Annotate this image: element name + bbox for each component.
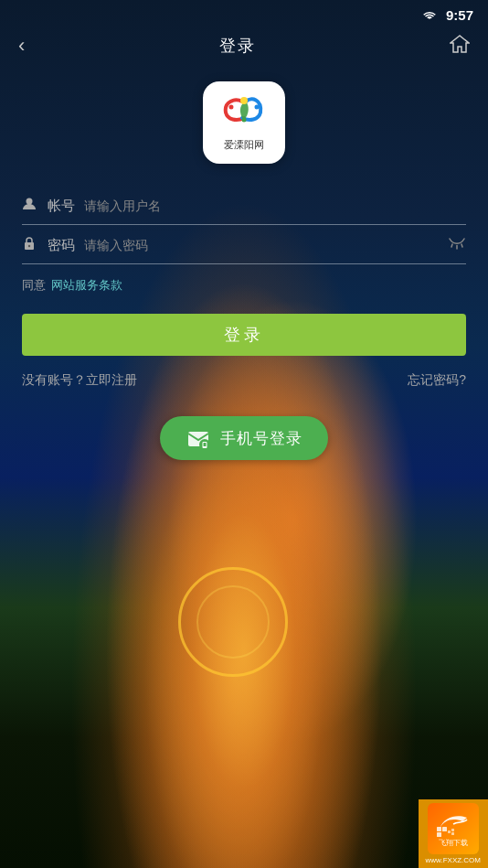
- wifi-icon: [422, 10, 437, 21]
- watermark-brand-text: 飞翔下载: [439, 838, 468, 848]
- status-bar: 9:57: [0, 0, 488, 27]
- user-icon: [22, 197, 40, 215]
- svg-rect-15: [451, 829, 454, 831]
- register-link[interactable]: 没有账号？立即注册: [22, 372, 137, 389]
- watermark-logo: 飞翔下载: [428, 803, 479, 854]
- logo-svg: [217, 94, 271, 136]
- svg-point-4: [27, 198, 33, 205]
- logo-container: 爱溧阳网: [0, 81, 488, 164]
- phone-login-container: 手机号登录: [0, 416, 488, 460]
- toggle-password-icon[interactable]: [448, 237, 466, 253]
- form-area: 帐号 密码 同意 网站服务条款: [0, 186, 488, 294]
- logo-text: 爱溧阳网: [224, 138, 264, 152]
- svg-point-3: [242, 117, 247, 122]
- svg-rect-13: [437, 832, 441, 837]
- watermark-site: www.FXXZ.COM: [426, 856, 481, 864]
- status-icons: 9:57: [422, 7, 473, 23]
- login-button[interactable]: 登录: [22, 314, 466, 356]
- svg-rect-12: [442, 827, 447, 831]
- svg-rect-16: [451, 832, 454, 835]
- svg-point-2: [255, 104, 260, 109]
- home-button[interactable]: [446, 31, 473, 61]
- phone-login-label: 手机号登录: [220, 428, 302, 449]
- phone-login-button[interactable]: 手机号登录: [160, 416, 328, 460]
- svg-rect-11: [437, 827, 441, 831]
- page-title: 登录: [219, 35, 256, 57]
- watermark-brand-icon: [435, 810, 472, 838]
- password-row: 密码: [22, 225, 466, 264]
- home-icon: [450, 35, 470, 53]
- username-label: 帐号: [48, 198, 77, 215]
- username-input[interactable]: [84, 198, 466, 213]
- svg-point-1: [229, 104, 234, 109]
- app-logo: 爱溧阳网: [203, 81, 285, 164]
- time-display: 9:57: [446, 7, 473, 23]
- terms-link[interactable]: 网站服务条款: [51, 277, 122, 294]
- forgot-password-link[interactable]: 忘记密码?: [408, 372, 466, 389]
- svg-point-0: [240, 97, 248, 104]
- links-row: 没有账号？立即注册 忘记密码?: [0, 356, 488, 389]
- phone-icon: [186, 425, 211, 451]
- svg-point-6: [28, 245, 30, 247]
- svg-rect-14: [448, 830, 451, 833]
- watermark: 飞翔下载 www.FXXZ.COM: [419, 799, 488, 868]
- username-row: 帐号: [22, 186, 466, 225]
- lock-icon: [22, 236, 40, 254]
- agree-row: 同意 网站服务条款: [22, 277, 466, 294]
- svg-rect-10: [204, 443, 207, 446]
- password-input[interactable]: [84, 238, 440, 252]
- back-button[interactable]: ‹: [15, 30, 28, 61]
- password-label: 密码: [48, 237, 77, 254]
- agree-text: 同意: [22, 277, 46, 294]
- top-nav: ‹ 登录: [0, 27, 488, 72]
